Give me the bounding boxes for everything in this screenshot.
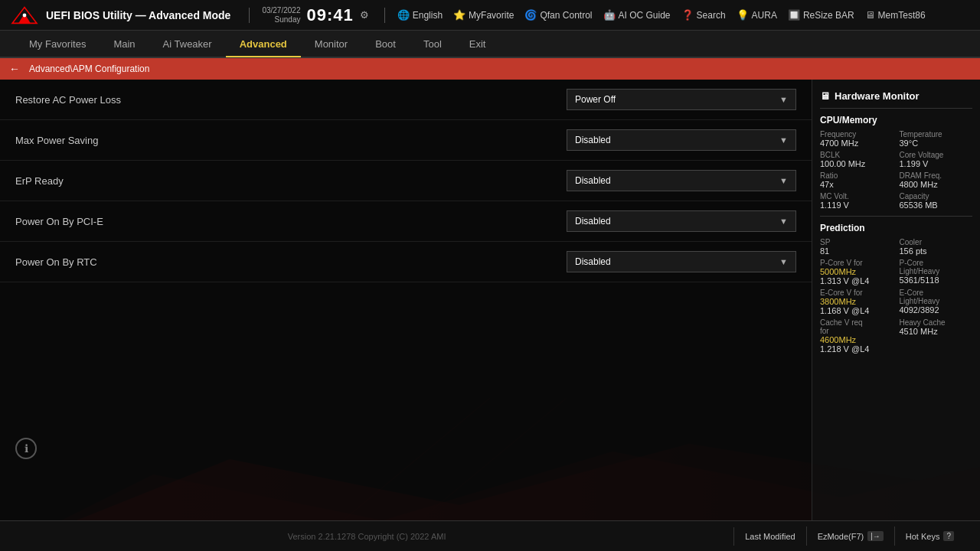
pcie-value: Disabled (575, 216, 611, 227)
erp-dropdown[interactable]: Disabled ▼ (567, 170, 796, 191)
ratio-item: Ratio 47x (820, 171, 893, 189)
pcore-light-heavy-label: P-CoreLight/Heavy (900, 259, 973, 276)
pcore-v-at: 1.313 V @L4 (820, 276, 893, 285)
restore-ac-control: Power Off ▼ (567, 89, 796, 110)
nav-aura[interactable]: 💡 AURA (737, 9, 777, 21)
heavy-cache-label: Heavy Cache (900, 318, 973, 327)
pcore-v-for-label: P-Core V for (820, 259, 893, 267)
tab-monitor[interactable]: Monitor (301, 30, 361, 57)
mc-volt-label: MC Volt. (820, 192, 893, 201)
tab-ai-tweaker[interactable]: Ai Tweaker (149, 30, 226, 57)
sp-label: SP (820, 238, 893, 246)
nav-aioc[interactable]: 🤖 AI OC Guide (603, 9, 671, 21)
frequency-value: 4700 MHz (820, 139, 893, 148)
capacity-label: Capacity (900, 192, 973, 201)
setting-row-rtc: Power On By RTC Disabled ▼ (0, 242, 812, 282)
monitor-panel-icon: 🖥 (820, 90, 830, 102)
settings-gear-icon[interactable]: ⚙ (360, 9, 369, 21)
app-title: UEFI BIOS Utility — Advanced Mode (46, 9, 230, 21)
tab-my-favorites[interactable]: My Favorites (15, 30, 100, 57)
dropdown-arrow-3: ▼ (779, 217, 788, 226)
nav-resizebar[interactable]: 🔲 ReSize BAR (788, 9, 854, 21)
pcore-light-heavy-item: P-CoreLight/Heavy 5361/5118 (900, 259, 973, 285)
bclk-label: BCLK (820, 151, 893, 159)
dram-freq-label: DRAM Freq. (900, 171, 973, 180)
nav-qfan[interactable]: 🌀 Qfan Control (524, 9, 592, 21)
svg-point-2 (23, 13, 27, 17)
main-content: Restore AC Power Loss Power Off ▼ Max Po… (0, 80, 812, 520)
info-icon[interactable]: ℹ (15, 438, 37, 459)
nav-myfavorite[interactable]: ⭐ MyFavorite (453, 9, 514, 21)
last-modified-button[interactable]: Last Modified (733, 527, 805, 546)
cooler-label: Cooler (900, 238, 973, 246)
tab-boot[interactable]: Boot (361, 30, 410, 57)
time-display: 09:41 (306, 5, 353, 25)
frequency-item: Frequency 4700 MHz (820, 130, 893, 148)
cooler-value: 156 pts (900, 246, 973, 256)
ecore-light-heavy-item: E-CoreLight/Heavy 4092/3892 (900, 289, 973, 315)
capacity-value: 65536 MB (900, 201, 973, 210)
cache-v-freq: 4600MHz (820, 335, 893, 344)
ez-mode-label: EzMode(F7) (818, 532, 864, 541)
core-voltage-item: Core Voltage 1.199 V (900, 151, 973, 168)
pcie-dropdown[interactable]: Disabled ▼ (567, 210, 796, 232)
hot-keys-label: Hot Keys (906, 532, 940, 541)
temperature-item: Temperature 39°C (900, 130, 973, 148)
ratio-label: Ratio (820, 171, 893, 180)
cache-v-for-item: Cache V reqfor 4600MHz 1.218 V @L4 (820, 318, 893, 354)
pcore-row: P-Core V for 5000MHz 1.313 V @L4 P-CoreL… (820, 259, 972, 285)
setting-row-erp: ErP Ready Disabled ▼ (0, 161, 812, 201)
header-divider (249, 8, 250, 23)
dropdown-arrow-0: ▼ (779, 95, 788, 104)
max-power-control: Disabled ▼ (567, 129, 796, 151)
tab-main[interactable]: Main (100, 30, 149, 57)
setting-row-restore-ac: Restore AC Power Loss Power Off ▼ (0, 80, 812, 120)
breadcrumb-bar: ← Advanced\APM Configuration (0, 58, 980, 80)
nav-memtest[interactable]: 🖥 MemTest86 (865, 9, 926, 21)
cache-v-at: 1.218 V @L4 (820, 344, 893, 354)
sp-cooler-row: SP 81 Cooler 156 pts (820, 238, 972, 256)
hot-keys-button[interactable]: Hot Keys ? (894, 527, 965, 546)
tab-exit[interactable]: Exit (456, 30, 500, 57)
ez-mode-button[interactable]: EzMode(F7) |→ (806, 527, 894, 546)
temperature-label: Temperature (900, 130, 973, 139)
rtc-label: Power On By RTC (15, 256, 567, 268)
dram-freq-value: 4800 MHz (900, 180, 973, 189)
prediction-section: Prediction SP 81 Cooler 156 pts P-Core V… (820, 216, 972, 354)
core-voltage-value: 1.199 V (900, 159, 973, 168)
nav-search[interactable]: ❓ Search (681, 9, 726, 21)
cpu-memory-section-title: CPU/Memory (820, 115, 972, 126)
memtest-icon: 🖥 (865, 9, 875, 21)
ecore-v-for-freq: 3800MHz (820, 297, 893, 306)
logo-area: UEFI BIOS Utility — Advanced Mode (9, 5, 230, 26)
rog-logo (9, 5, 40, 26)
restore-ac-label: Restore AC Power Loss (15, 94, 567, 106)
main-nav: My Favorites Main Ai Tweaker Advanced Mo… (0, 31, 980, 58)
restore-ac-dropdown[interactable]: Power Off ▼ (567, 89, 796, 110)
dropdown-arrow-4: ▼ (779, 257, 788, 266)
tab-advanced[interactable]: Advanced (226, 30, 301, 57)
heavy-cache-value: 4510 MHz (900, 327, 973, 336)
max-power-label: Max Power Saving (15, 135, 567, 146)
erp-control: Disabled ▼ (567, 170, 796, 191)
breadcrumb: Advanced\APM Configuration (29, 64, 149, 74)
nav-english[interactable]: 🌐 English (397, 9, 443, 21)
setting-row-pcie: Power On By PCI-E Disabled ▼ (0, 201, 812, 242)
rtc-dropdown[interactable]: Disabled ▼ (567, 251, 796, 272)
breadcrumb-back-arrow[interactable]: ← (9, 63, 20, 75)
mc-volt-value: 1.119 V (820, 201, 893, 210)
prediction-title: Prediction (820, 223, 972, 233)
ecore-v-for-item: E-Core V for 3800MHz 1.168 V @L4 (820, 289, 893, 315)
max-power-dropdown[interactable]: Disabled ▼ (567, 129, 796, 151)
rtc-control: Disabled ▼ (567, 251, 796, 272)
dropdown-arrow-2: ▼ (779, 176, 788, 185)
temperature-value: 39°C (900, 139, 973, 148)
footer-right: Last Modified EzMode(F7) |→ Hot Keys ? (733, 527, 965, 546)
tab-tool[interactable]: Tool (410, 30, 456, 57)
pcore-v-for-item: P-Core V for 5000MHz 1.313 V @L4 (820, 259, 893, 285)
dropdown-arrow-1: ▼ (779, 135, 788, 145)
header-nav: 🌐 English ⭐ MyFavorite 🌀 Qfan Control 🤖 … (397, 9, 971, 21)
erp-value: Disabled (575, 175, 611, 186)
cache-v-label: Cache V reqfor (820, 318, 893, 335)
restore-ac-value: Power Off (575, 94, 616, 105)
